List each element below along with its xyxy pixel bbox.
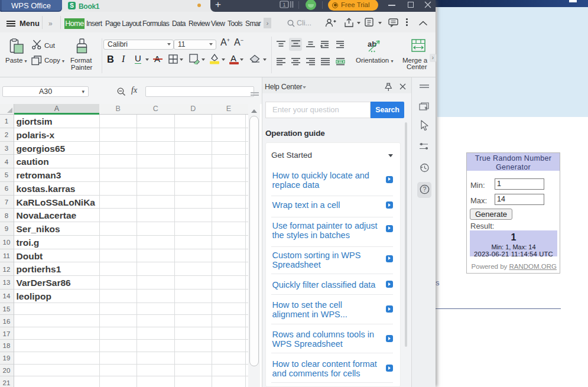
svg-text:1: 1 xyxy=(282,2,285,8)
svg-text:ab: ab xyxy=(368,40,376,48)
svg-text:?: ? xyxy=(423,186,427,193)
